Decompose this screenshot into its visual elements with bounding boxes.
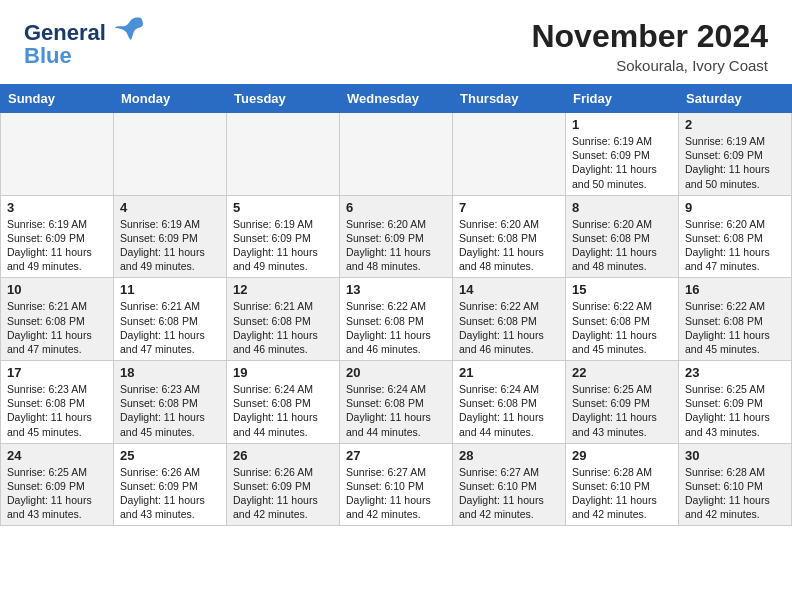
title-block: November 2024 Sokourala, Ivory Coast <box>531 18 768 74</box>
calendar-header-row: Sunday Monday Tuesday Wednesday Thursday… <box>1 85 792 113</box>
day-number: 5 <box>233 200 333 215</box>
logo-bird-icon <box>113 14 145 49</box>
day-number: 28 <box>459 448 559 463</box>
calendar-cell-3-1: 18Sunrise: 6:23 AM Sunset: 6:08 PM Dayli… <box>114 361 227 444</box>
day-info: Sunrise: 6:19 AM Sunset: 6:09 PM Dayligh… <box>685 134 785 191</box>
day-info: Sunrise: 6:24 AM Sunset: 6:08 PM Dayligh… <box>233 382 333 439</box>
logo: General Blue <box>24 18 145 69</box>
calendar-cell-1-6: 9Sunrise: 6:20 AM Sunset: 6:08 PM Daylig… <box>679 195 792 278</box>
col-thursday: Thursday <box>453 85 566 113</box>
day-info: Sunrise: 6:19 AM Sunset: 6:09 PM Dayligh… <box>7 217 107 274</box>
day-info: Sunrise: 6:26 AM Sunset: 6:09 PM Dayligh… <box>233 465 333 522</box>
day-number: 14 <box>459 282 559 297</box>
day-info: Sunrise: 6:21 AM Sunset: 6:08 PM Dayligh… <box>233 299 333 356</box>
day-number: 8 <box>572 200 672 215</box>
day-info: Sunrise: 6:25 AM Sunset: 6:09 PM Dayligh… <box>572 382 672 439</box>
month-title: November 2024 <box>531 18 768 55</box>
day-info: Sunrise: 6:19 AM Sunset: 6:09 PM Dayligh… <box>233 217 333 274</box>
calendar-cell-2-0: 10Sunrise: 6:21 AM Sunset: 6:08 PM Dayli… <box>1 278 114 361</box>
day-number: 24 <box>7 448 107 463</box>
week-row-4: 17Sunrise: 6:23 AM Sunset: 6:08 PM Dayli… <box>1 361 792 444</box>
day-info: Sunrise: 6:20 AM Sunset: 6:08 PM Dayligh… <box>685 217 785 274</box>
day-info: Sunrise: 6:20 AM Sunset: 6:08 PM Dayligh… <box>572 217 672 274</box>
calendar-cell-0-2 <box>227 113 340 196</box>
day-info: Sunrise: 6:27 AM Sunset: 6:10 PM Dayligh… <box>459 465 559 522</box>
day-info: Sunrise: 6:20 AM Sunset: 6:08 PM Dayligh… <box>459 217 559 274</box>
day-info: Sunrise: 6:22 AM Sunset: 6:08 PM Dayligh… <box>572 299 672 356</box>
day-number: 9 <box>685 200 785 215</box>
day-number: 6 <box>346 200 446 215</box>
calendar-cell-2-3: 13Sunrise: 6:22 AM Sunset: 6:08 PM Dayli… <box>340 278 453 361</box>
calendar-cell-3-6: 23Sunrise: 6:25 AM Sunset: 6:09 PM Dayli… <box>679 361 792 444</box>
calendar-cell-3-0: 17Sunrise: 6:23 AM Sunset: 6:08 PM Dayli… <box>1 361 114 444</box>
day-info: Sunrise: 6:24 AM Sunset: 6:08 PM Dayligh… <box>459 382 559 439</box>
day-number: 3 <box>7 200 107 215</box>
day-number: 12 <box>233 282 333 297</box>
day-number: 25 <box>120 448 220 463</box>
calendar-cell-1-5: 8Sunrise: 6:20 AM Sunset: 6:08 PM Daylig… <box>566 195 679 278</box>
day-number: 15 <box>572 282 672 297</box>
day-info: Sunrise: 6:19 AM Sunset: 6:09 PM Dayligh… <box>572 134 672 191</box>
day-number: 18 <box>120 365 220 380</box>
day-info: Sunrise: 6:26 AM Sunset: 6:09 PM Dayligh… <box>120 465 220 522</box>
col-monday: Monday <box>114 85 227 113</box>
calendar-cell-4-3: 27Sunrise: 6:27 AM Sunset: 6:10 PM Dayli… <box>340 443 453 526</box>
calendar-cell-2-2: 12Sunrise: 6:21 AM Sunset: 6:08 PM Dayli… <box>227 278 340 361</box>
calendar-cell-3-5: 22Sunrise: 6:25 AM Sunset: 6:09 PM Dayli… <box>566 361 679 444</box>
day-number: 4 <box>120 200 220 215</box>
calendar-cell-3-3: 20Sunrise: 6:24 AM Sunset: 6:08 PM Dayli… <box>340 361 453 444</box>
week-row-3: 10Sunrise: 6:21 AM Sunset: 6:08 PM Dayli… <box>1 278 792 361</box>
calendar-cell-2-6: 16Sunrise: 6:22 AM Sunset: 6:08 PM Dayli… <box>679 278 792 361</box>
calendar-cell-0-0 <box>1 113 114 196</box>
day-number: 23 <box>685 365 785 380</box>
day-number: 10 <box>7 282 107 297</box>
calendar-cell-2-4: 14Sunrise: 6:22 AM Sunset: 6:08 PM Dayli… <box>453 278 566 361</box>
day-number: 19 <box>233 365 333 380</box>
calendar-cell-1-2: 5Sunrise: 6:19 AM Sunset: 6:09 PM Daylig… <box>227 195 340 278</box>
day-info: Sunrise: 6:22 AM Sunset: 6:08 PM Dayligh… <box>459 299 559 356</box>
calendar-cell-4-0: 24Sunrise: 6:25 AM Sunset: 6:09 PM Dayli… <box>1 443 114 526</box>
day-number: 2 <box>685 117 785 132</box>
calendar-cell-4-1: 25Sunrise: 6:26 AM Sunset: 6:09 PM Dayli… <box>114 443 227 526</box>
day-number: 20 <box>346 365 446 380</box>
col-sunday: Sunday <box>1 85 114 113</box>
day-number: 29 <box>572 448 672 463</box>
day-info: Sunrise: 6:25 AM Sunset: 6:09 PM Dayligh… <box>685 382 785 439</box>
day-number: 11 <box>120 282 220 297</box>
day-number: 13 <box>346 282 446 297</box>
calendar-cell-0-5: 1Sunrise: 6:19 AM Sunset: 6:09 PM Daylig… <box>566 113 679 196</box>
day-info: Sunrise: 6:28 AM Sunset: 6:10 PM Dayligh… <box>685 465 785 522</box>
day-info: Sunrise: 6:21 AM Sunset: 6:08 PM Dayligh… <box>7 299 107 356</box>
day-number: 16 <box>685 282 785 297</box>
day-info: Sunrise: 6:22 AM Sunset: 6:08 PM Dayligh… <box>685 299 785 356</box>
day-info: Sunrise: 6:28 AM Sunset: 6:10 PM Dayligh… <box>572 465 672 522</box>
day-info: Sunrise: 6:25 AM Sunset: 6:09 PM Dayligh… <box>7 465 107 522</box>
calendar-cell-0-3 <box>340 113 453 196</box>
logo-text-general: General <box>24 20 106 45</box>
calendar-cell-0-4 <box>453 113 566 196</box>
day-info: Sunrise: 6:22 AM Sunset: 6:08 PM Dayligh… <box>346 299 446 356</box>
calendar-cell-4-2: 26Sunrise: 6:26 AM Sunset: 6:09 PM Dayli… <box>227 443 340 526</box>
calendar-cell-1-3: 6Sunrise: 6:20 AM Sunset: 6:09 PM Daylig… <box>340 195 453 278</box>
calendar-cell-1-0: 3Sunrise: 6:19 AM Sunset: 6:09 PM Daylig… <box>1 195 114 278</box>
day-info: Sunrise: 6:24 AM Sunset: 6:08 PM Dayligh… <box>346 382 446 439</box>
col-friday: Friday <box>566 85 679 113</box>
calendar-cell-1-1: 4Sunrise: 6:19 AM Sunset: 6:09 PM Daylig… <box>114 195 227 278</box>
col-saturday: Saturday <box>679 85 792 113</box>
col-tuesday: Tuesday <box>227 85 340 113</box>
day-number: 22 <box>572 365 672 380</box>
day-info: Sunrise: 6:19 AM Sunset: 6:09 PM Dayligh… <box>120 217 220 274</box>
day-number: 7 <box>459 200 559 215</box>
calendar-cell-0-1 <box>114 113 227 196</box>
day-info: Sunrise: 6:27 AM Sunset: 6:10 PM Dayligh… <box>346 465 446 522</box>
page-header: General Blue November 2024 Sokourala, Iv… <box>0 0 792 84</box>
col-wednesday: Wednesday <box>340 85 453 113</box>
location: Sokourala, Ivory Coast <box>531 57 768 74</box>
calendar-cell-1-4: 7Sunrise: 6:20 AM Sunset: 6:08 PM Daylig… <box>453 195 566 278</box>
week-row-1: 1Sunrise: 6:19 AM Sunset: 6:09 PM Daylig… <box>1 113 792 196</box>
week-row-5: 24Sunrise: 6:25 AM Sunset: 6:09 PM Dayli… <box>1 443 792 526</box>
calendar-cell-4-6: 30Sunrise: 6:28 AM Sunset: 6:10 PM Dayli… <box>679 443 792 526</box>
day-info: Sunrise: 6:20 AM Sunset: 6:09 PM Dayligh… <box>346 217 446 274</box>
calendar-cell-0-6: 2Sunrise: 6:19 AM Sunset: 6:09 PM Daylig… <box>679 113 792 196</box>
day-number: 27 <box>346 448 446 463</box>
